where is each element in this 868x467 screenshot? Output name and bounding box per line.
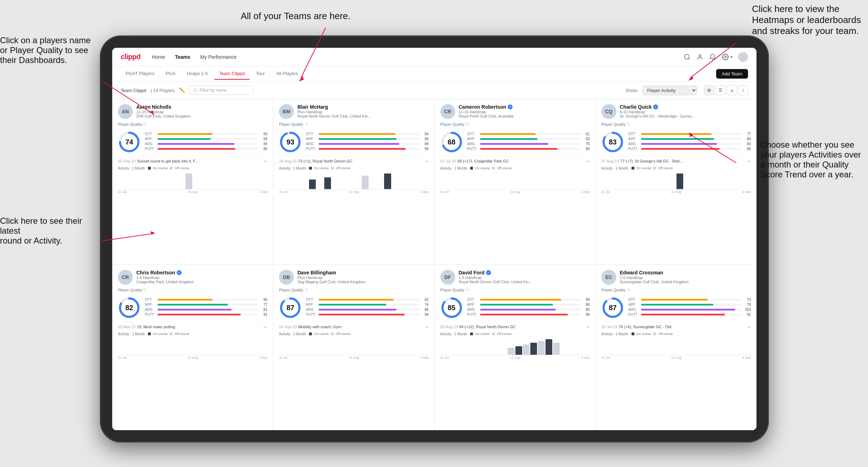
date-label: 4 Sep [581, 356, 590, 359]
tab-all-players[interactable]: All Players [271, 68, 303, 80]
quality-section[interactable]: 85 OTT 89 APP 80 ARG [440, 296, 590, 319]
player-card[interactable]: AN Aaron Nicholls 11-15 Handicap Drift G… [112, 99, 273, 264]
tab-tour[interactable]: Tour [251, 68, 270, 80]
nav-home[interactable]: Home [152, 53, 165, 61]
brand-logo[interactable]: clippd [121, 53, 141, 61]
round-info[interactable]: 02 Jul 23 59 (+17), Craigmillar Park GC … [440, 156, 590, 164]
player-card[interactable]: DF David Ford ✓ 1-5 Handicap Royal North… [435, 265, 595, 430]
round-info[interactable]: 26 Aug 23 84 (+12), Royal North Devon GC… [440, 322, 590, 329]
activity-bar [141, 354, 147, 355]
activity-bar [440, 188, 447, 189]
grid-view-button[interactable]: ⊞ [704, 85, 714, 95]
player-handicap: 1-5 Handicap [136, 275, 267, 280]
round-info[interactable]: 07 Aug 23 77 (+7), St George's Hill GC -… [601, 156, 751, 164]
activity-dates: 31 Jul21 Aug4 Sep [279, 190, 428, 194]
player-name[interactable]: Aaron Nicholls [136, 104, 267, 110]
activity-bar [546, 188, 552, 189]
activity-bar [553, 343, 560, 355]
activity-bar [200, 354, 207, 355]
round-arrow-icon[interactable]: → [263, 159, 267, 164]
settings-menu[interactable]: ▾ [722, 53, 732, 61]
stat-bar-container [641, 133, 742, 135]
activity-bar [515, 188, 522, 189]
filter-button[interactable]: ⊿ [727, 85, 737, 95]
activity-bar [662, 188, 668, 189]
stat-bar-container [480, 143, 581, 145]
round-arrow-icon[interactable]: → [424, 159, 429, 164]
activity-legend: On course Off course [632, 166, 673, 170]
player-name[interactable]: David Ford ✓ [459, 270, 590, 275]
activity-header: Activity · 1 Month On course Off course [601, 166, 751, 170]
quality-section[interactable]: 83 OTT 77 APP 80 ARG [601, 131, 751, 153]
player-card[interactable]: CR Chris Robertson ✓ 1-5 Handicap Craigm… [112, 265, 273, 430]
round-arrow-icon[interactable]: → [586, 324, 590, 329]
stat-label: ARG [145, 142, 155, 146]
player-card[interactable]: CQ Charlie Quick ✓ 6-10 Handicap St. Geo… [596, 99, 756, 264]
quality-section[interactable]: 87 OTT 82 APP 74 ARG [279, 296, 428, 319]
round-arrow-icon[interactable]: → [586, 159, 590, 164]
nav-my-performance[interactable]: My Performance [200, 53, 237, 61]
player-name[interactable]: Chris Robertson ✓ [136, 270, 267, 275]
stat-label: PUTT [628, 147, 639, 151]
player-name[interactable]: Cameron Robertson ✓ [459, 104, 590, 110]
player-name[interactable]: Blair McHarg [297, 104, 428, 110]
add-team-button[interactable]: Add Team [716, 69, 748, 79]
nav-teams[interactable]: Teams [175, 53, 190, 61]
quality-section[interactable]: 68 OTT 61 APP 63 ARG [440, 131, 590, 153]
verified-badge: ✓ [177, 270, 182, 275]
activity-bar [500, 188, 507, 189]
player-card[interactable]: DB Dave Billingham Plus Handicap Sag Mag… [273, 265, 434, 430]
quality-section[interactable]: 74 OTT 60 APP 58 ARG [118, 131, 267, 153]
round-arrow-icon[interactable]: → [263, 324, 267, 329]
round-info[interactable]: 18 Jul 23 74 (+4), Sunningdale GC - Old … [601, 322, 751, 329]
player-name[interactable]: Dave Billingham [297, 270, 428, 275]
edit-icon[interactable]: ✏️ [179, 87, 185, 93]
sort-button[interactable]: ↕ [738, 85, 748, 95]
stat-row: APP 58 [145, 137, 267, 141]
activity-bar [253, 354, 260, 355]
quality-section[interactable]: 87 OTT 73 APP 79 ARG [601, 296, 751, 319]
filter-input-container[interactable]: Filter by name [189, 86, 253, 95]
player-name[interactable]: Edward Crossman [620, 270, 751, 275]
round-info[interactable]: 03 Mar 23 19, Must make putting → [118, 322, 267, 329]
stat-bar [480, 133, 536, 135]
stat-bar [158, 133, 212, 135]
player-name[interactable]: Charlie Quick ✓ [620, 104, 751, 110]
player-card[interactable]: BM Blair McHarg Plus Handicap Royal Nort… [273, 99, 434, 264]
round-arrow-icon[interactable]: → [747, 159, 751, 164]
avatar[interactable] [738, 52, 748, 62]
round-arrow-icon[interactable]: → [747, 324, 751, 329]
tab-pga[interactable]: PGA [161, 68, 180, 80]
show-select[interactable]: Player Activity Quality Score Trend [643, 86, 697, 95]
tab-team-clippd[interactable]: Team Clippd [214, 68, 250, 80]
stat-label: ARG [628, 308, 639, 312]
stat-row: ARG 103 [628, 308, 751, 312]
list-view-button[interactable]: ☰ [715, 85, 725, 95]
round-arrow-icon[interactable]: → [424, 324, 429, 329]
ipad-screen: clippd Home Teams My Performance ▾ PGAT … [112, 48, 756, 430]
player-card[interactable]: CR Cameron Robertson ✓ 11-15 Handicap Ro… [435, 99, 595, 264]
search-icon[interactable] [684, 53, 691, 61]
activity-bar [744, 188, 751, 189]
stat-row: ARG 88 [306, 142, 428, 146]
stat-bar-container [158, 133, 258, 135]
player-card[interactable]: EC Edward Crossman 1-5 Handicap Sunningd… [596, 265, 756, 430]
stat-value: 74 [422, 303, 429, 307]
tab-hcaps[interactable]: Hcaps 1-5 [182, 68, 213, 80]
stat-value: 60 [260, 132, 267, 136]
round-info[interactable]: 02 Sep 23 Sunset round to get back into … [118, 156, 267, 164]
stat-value: 81 [260, 308, 267, 312]
bell-icon[interactable] [709, 53, 716, 61]
tab-pgat-players[interactable]: PGAT Players [121, 68, 159, 80]
stat-row: ARG 84 [145, 142, 267, 146]
stats-bars: OTT 77 APP 80 ARG 83 [628, 132, 751, 152]
round-info[interactable]: 04 Sep 23 Mobility with coach, Gym → [279, 322, 428, 329]
stat-value: 91 [260, 313, 267, 317]
quality-section[interactable]: 93 OTT 84 APP 85 ARG [279, 131, 428, 153]
activity-title: Activity · 1 Month [601, 332, 628, 336]
activity-bar [384, 173, 391, 189]
round-info[interactable]: 26 Aug 23 73 (+1), Royal North Devon GC … [279, 156, 428, 164]
quality-section[interactable]: 82 OTT 60 APP 77 ARG [118, 296, 267, 319]
user-icon[interactable] [696, 53, 703, 61]
date-label: 4 Sep [581, 190, 590, 194]
